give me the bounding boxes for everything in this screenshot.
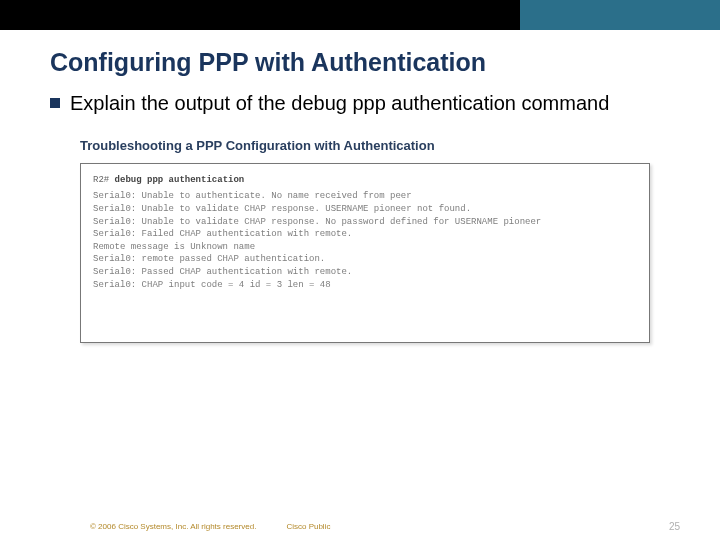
slide-title: Configuring PPP with Authentication — [0, 30, 720, 85]
page-number: 25 — [669, 521, 680, 532]
console-prompt-line: R2# debug ppp authentication — [93, 174, 637, 187]
footer: © 2006 Cisco Systems, Inc. All rights re… — [0, 521, 720, 532]
console-prompt: R2# — [93, 175, 115, 185]
console-line: Remote message is Unknown name — [93, 241, 637, 254]
top-bar-accent — [520, 0, 720, 30]
console-line: Serial0: Passed CHAP authentication with… — [93, 266, 637, 279]
figure: Troubleshooting a PPP Configuration with… — [0, 116, 720, 343]
bullet-item: Explain the output of the debug ppp auth… — [0, 85, 720, 116]
console-line: Serial0: remote passed CHAP authenticati… — [93, 253, 637, 266]
console-line: Serial0: Failed CHAP authentication with… — [93, 228, 637, 241]
bullet-square-icon — [50, 98, 60, 108]
console-line: Serial0: Unable to authenticate. No name… — [93, 190, 637, 203]
footer-label: Cisco Public — [286, 522, 330, 531]
console-output: R2# debug ppp authentication Serial0: Un… — [80, 163, 650, 343]
console-line: Serial0: CHAP input code = 4 id = 3 len … — [93, 279, 637, 292]
console-command: debug ppp authentication — [115, 175, 245, 185]
figure-caption: Troubleshooting a PPP Configuration with… — [80, 138, 650, 153]
console-line: Serial0: Unable to validate CHAP respons… — [93, 216, 637, 229]
footer-copyright: © 2006 Cisco Systems, Inc. All rights re… — [90, 522, 256, 531]
bullet-text: Explain the output of the debug ppp auth… — [70, 91, 609, 116]
top-bar — [0, 0, 720, 30]
console-line: Serial0: Unable to validate CHAP respons… — [93, 203, 637, 216]
